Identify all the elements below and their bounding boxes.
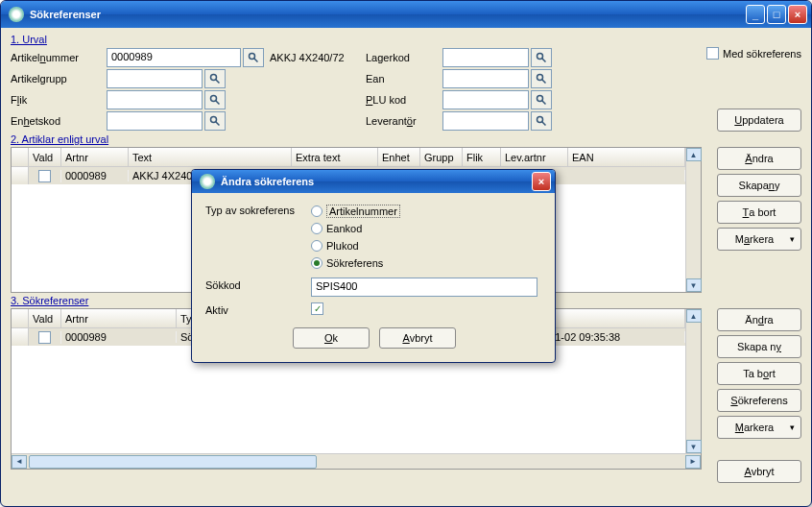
typ-label: Typ av sokreferens: [205, 203, 311, 272]
aktiv-checkbox[interactable]: [311, 302, 323, 315]
row-checkbox[interactable]: [38, 331, 51, 344]
window-title: Sökreferenser: [30, 9, 746, 20]
dialog-close-button[interactable]: ×: [532, 172, 551, 191]
section3-scroll-h[interactable]: ◄ ►: [12, 453, 701, 469]
dialog-icon: [200, 174, 215, 189]
svg-point-10: [537, 75, 543, 81]
section3-andra-button[interactable]: Ändra: [717, 308, 801, 331]
section2-table-header: Vald Artnr Text Extra text Enhet Grupp F…: [12, 148, 685, 167]
main-window: Sökreferenser _ □ × 1. Urval Artikelnumm…: [0, 0, 812, 507]
sokkod-input[interactable]: SPIS400: [311, 278, 537, 297]
svg-point-6: [211, 117, 217, 123]
leverantor-input[interactable]: [442, 111, 529, 131]
dialog-ok-button[interactable]: Ok: [293, 327, 370, 349]
artikelnummer-lookup[interactable]: [243, 48, 264, 67]
plukod-input[interactable]: [442, 90, 529, 109]
close-button[interactable]: ×: [788, 5, 807, 24]
flik-lookup[interactable]: [204, 90, 226, 109]
svg-point-4: [211, 96, 217, 102]
ean-lookup[interactable]: [531, 69, 552, 88]
dialog-titlebar[interactable]: Ändra sökreferens ×: [192, 170, 555, 193]
maximize-button[interactable]: □: [767, 5, 786, 24]
svg-line-1: [254, 59, 258, 62]
medsokreferens-label: Med sökreferens: [723, 48, 801, 60]
section3-skapany-button[interactable]: Skapa ny: [717, 335, 801, 358]
radio-eankod[interactable]: Eankod: [311, 220, 400, 237]
section2-scroll-v[interactable]: ▲ ▼: [685, 148, 701, 292]
radio-icon: [311, 223, 322, 234]
radio-plukod[interactable]: Plukod: [311, 237, 400, 254]
radio-icon: [311, 240, 322, 252]
section2-title: 2. Artiklar enligt urval: [11, 133, 801, 145]
leverantor-lookup[interactable]: [531, 111, 552, 131]
artikelgrupp-input[interactable]: [107, 69, 203, 88]
svg-point-2: [211, 75, 217, 81]
svg-line-3: [216, 80, 220, 84]
svg-point-8: [537, 54, 543, 60]
row-checkbox[interactable]: [38, 170, 51, 182]
svg-line-13: [542, 101, 546, 105]
artikelnummer-label: Artikelnummer: [11, 52, 107, 63]
enhetskod-input[interactable]: [107, 111, 203, 131]
checkbox-icon: [706, 47, 719, 60]
section2-andra-button[interactable]: Ändra: [717, 147, 801, 170]
radio-icon: [311, 257, 322, 269]
artikelgrupp-lookup[interactable]: [204, 69, 226, 88]
svg-point-14: [537, 117, 543, 123]
radio-artikelnummer[interactable]: Artikelnummer: [311, 203, 400, 220]
radio-sokreferens[interactable]: Sökreferens: [311, 254, 400, 272]
svg-line-9: [542, 59, 546, 62]
section2-tabort-button[interactable]: Ta bort: [717, 201, 801, 224]
radio-icon: [311, 205, 322, 217]
andra-sokreferens-dialog: Ändra sökreferens × Typ av sokreferens A…: [191, 169, 556, 363]
svg-line-15: [542, 122, 546, 126]
svg-line-7: [216, 122, 220, 126]
section3-tabort-button[interactable]: Ta bort: [717, 362, 801, 385]
plukod-lookup[interactable]: [531, 90, 552, 109]
medsokreferens-checkbox[interactable]: Med sökreferens: [706, 47, 801, 60]
flik-input[interactable]: [107, 90, 203, 109]
dialog-avbryt-button[interactable]: Avbryt: [379, 327, 456, 349]
leverantor-label: Leverantör: [366, 115, 442, 127]
minimize-button[interactable]: _: [746, 5, 765, 24]
ean-label: Ean: [366, 73, 442, 84]
section1-title: 1. Urval: [11, 34, 801, 45]
lagerkod-input[interactable]: [442, 48, 529, 67]
section3-scroll-v[interactable]: ▲ ▼: [685, 309, 701, 453]
enhetskod-label: Enhetskod: [11, 115, 107, 127]
sokkod-label: Sökkod: [205, 278, 311, 297]
enhetskod-lookup[interactable]: [204, 111, 226, 131]
artikelgrupp-label: Artikelgrupp: [11, 73, 107, 84]
section2-markera-button[interactable]: Markera: [717, 228, 801, 251]
artikelnummer-input[interactable]: 0000989: [107, 48, 241, 67]
artikelnummer-desc: AKKJ 4X240/72: [270, 52, 356, 63]
svg-point-12: [537, 96, 543, 102]
lagerkod-lookup[interactable]: [531, 48, 552, 67]
ean-input[interactable]: [442, 69, 529, 88]
svg-line-5: [216, 101, 220, 105]
flik-label: Flik: [11, 94, 107, 106]
main-titlebar[interactable]: Sökreferenser _ □ ×: [1, 1, 811, 28]
svg-point-0: [250, 54, 255, 60]
section3-markera-button[interactable]: Markera: [717, 416, 801, 439]
aktiv-label: Aktiv: [205, 302, 311, 316]
app-icon: [9, 7, 24, 22]
section3-avbryt-button[interactable]: Avbryt: [717, 460, 801, 483]
plukod-label: PLU kod: [366, 94, 442, 106]
lagerkod-label: Lagerkod: [366, 52, 442, 63]
uppdatera-button[interactable]: Uppdatera: [717, 109, 801, 132]
svg-line-11: [542, 80, 546, 84]
section3-sokreferens-button[interactable]: Sökreferens: [717, 389, 801, 412]
section2-skapany-button[interactable]: Skapa ny: [717, 174, 801, 197]
dialog-title: Ändra sökreferens: [221, 176, 532, 187]
